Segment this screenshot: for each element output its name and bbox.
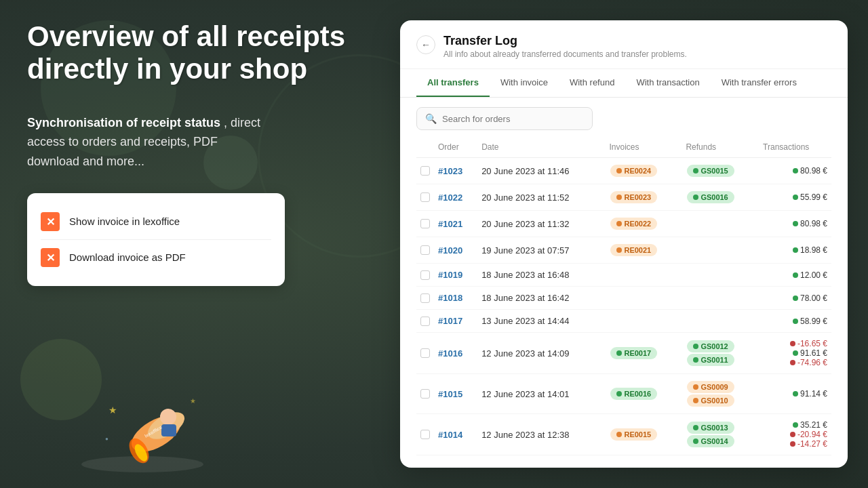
row-checkbox-cell — [416, 374, 434, 414]
refund-badge[interactable]: GS0009 — [687, 381, 734, 393]
tab-with-transfer-errors[interactable]: With transfer errors — [711, 69, 808, 97]
refund-badge[interactable]: GS0010 — [687, 394, 734, 407]
table-row: #101818 June 2023 at 16:4278.00 € — [416, 287, 831, 310]
row-refunds: GS0009GS0010 — [682, 374, 759, 414]
panel-subtitle: All info about already transferred docum… — [443, 49, 687, 59]
tab-with-invoice[interactable]: With invoice — [490, 69, 559, 97]
invoice-badge[interactable]: RE0016 — [610, 388, 657, 400]
refund-badge[interactable]: GS0015 — [687, 165, 734, 177]
row-checkbox[interactable] — [420, 245, 430, 255]
row-refunds: GS0013GS0014 — [682, 414, 759, 455]
row-date: 20 June 2023 at 11:32 — [477, 211, 605, 237]
row-transactions: 80.98 € — [759, 158, 831, 184]
row-checkbox[interactable] — [420, 166, 430, 176]
col-date: Date — [477, 137, 605, 158]
order-link[interactable]: #1018 — [438, 293, 462, 303]
transaction-value: 35.21 € — [763, 420, 827, 430]
row-checkbox-cell — [416, 211, 434, 237]
svg-text:✕: ✕ — [46, 252, 55, 264]
invoice-badge[interactable]: RE0023 — [610, 191, 657, 203]
row-transactions: 12.00 € — [759, 264, 831, 287]
refund-badge[interactable]: GS0016 — [687, 191, 734, 203]
table-row: #101612 June 2023 at 14:09RE0017GS0012GS… — [416, 333, 831, 374]
svg-text:★: ★ — [108, 405, 117, 415]
search-area: 🔍 — [400, 98, 848, 137]
row-checkbox[interactable] — [420, 219, 430, 228]
transaction-value: 91.61 € — [763, 348, 827, 358]
order-link[interactable]: #1019 — [438, 270, 462, 280]
row-invoices: RE0024 — [605, 158, 682, 184]
row-date: 12 June 2023 at 14:01 — [477, 374, 605, 414]
svg-text:✕: ✕ — [46, 216, 55, 228]
transaction-value: 78.00 € — [763, 293, 827, 303]
refund-badge[interactable]: GS0013 — [687, 422, 734, 434]
svg-text:●: ● — [105, 436, 108, 442]
tab-all-transfers[interactable]: All transfers — [416, 69, 490, 97]
transaction-value: 80.98 € — [763, 166, 827, 176]
order-link[interactable]: #1020 — [438, 245, 462, 256]
invoice-badge[interactable]: RE0021 — [610, 244, 657, 256]
feature-item-show-invoice[interactable]: ✕ Show invoice in lexoffice — [41, 204, 271, 239]
row-checkbox[interactable] — [420, 192, 430, 202]
row-refunds — [682, 211, 759, 237]
order-link[interactable]: #1022 — [438, 192, 462, 203]
invoice-badge[interactable]: RE0022 — [610, 218, 657, 230]
row-order-id: #1022 — [434, 184, 477, 211]
order-link[interactable]: #1014 — [438, 430, 462, 440]
row-checkbox-cell — [416, 414, 434, 455]
feature-item-download-invoice[interactable]: ✕ Download invoice as PDF — [41, 239, 271, 275]
search-input[interactable] — [442, 114, 564, 124]
invoice-badge[interactable]: RE0017 — [610, 347, 657, 359]
order-link[interactable]: #1016 — [438, 348, 462, 359]
transaction-value: 18.98 € — [763, 245, 827, 255]
transaction-value: -14.27 € — [763, 439, 827, 449]
row-order-id: #1015 — [434, 374, 477, 414]
tab-with-refund[interactable]: With refund — [559, 69, 625, 97]
lexoffice-icon-download: ✕ — [41, 248, 60, 267]
row-checkbox[interactable] — [420, 293, 430, 303]
table-header-row: Order Date Invoices Refunds Transactions — [416, 137, 831, 158]
transaction-value: 80.98 € — [763, 219, 827, 228]
table-row: #101713 June 2023 at 14:4458.99 € — [416, 310, 831, 333]
invoice-badge[interactable]: RE0015 — [610, 428, 657, 441]
orders-table-wrap: Order Date Invoices Refunds Transactions… — [400, 137, 848, 468]
refund-badge[interactable]: GS0014 — [687, 435, 734, 447]
tab-with-transaction[interactable]: With transaction — [625, 69, 710, 97]
row-refunds: GS0016 — [682, 184, 759, 211]
back-button[interactable]: ← — [416, 35, 435, 54]
row-invoices: RE0015 — [605, 414, 682, 455]
order-link[interactable]: #1015 — [438, 389, 462, 399]
order-link[interactable]: #1023 — [438, 166, 462, 176]
order-link[interactable]: #1021 — [438, 219, 462, 229]
invoice-badge[interactable]: RE0024 — [610, 165, 657, 177]
lexoffice-icon-show: ✕ — [41, 212, 60, 231]
row-checkbox[interactable] — [420, 270, 430, 280]
row-checkbox[interactable] — [420, 430, 430, 439]
sync-bold: Synchronisation of receipt status — [27, 116, 220, 129]
row-checkbox[interactable] — [420, 389, 430, 399]
row-date: 20 June 2023 at 11:46 — [477, 158, 605, 184]
row-order-id: #1018 — [434, 287, 477, 310]
transaction-value: -20.94 € — [763, 430, 827, 439]
row-checkbox-cell — [416, 287, 434, 310]
row-checkbox[interactable] — [420, 348, 430, 358]
row-transactions: 91.14 € — [759, 374, 831, 414]
search-box[interactable]: 🔍 — [416, 107, 593, 130]
refund-badge[interactable]: GS0011 — [687, 354, 734, 366]
row-invoices: RE0022 — [605, 211, 682, 237]
order-link[interactable]: #1017 — [438, 316, 462, 326]
row-transactions: -16.65 €91.61 €-74.96 € — [759, 333, 831, 374]
row-invoices: RE0021 — [605, 237, 682, 264]
row-checkbox[interactable] — [420, 317, 430, 326]
row-transactions: 58.99 € — [759, 310, 831, 333]
row-date: 13 June 2023 at 14:44 — [477, 310, 605, 333]
row-invoices — [605, 264, 682, 287]
row-transactions: 78.00 € — [759, 287, 831, 310]
row-invoices — [605, 287, 682, 310]
tab-bar: All transfers With invoice With refund W… — [400, 69, 848, 98]
row-checkbox-cell — [416, 237, 434, 264]
hero-title: Overview of all receipts directly in you… — [27, 20, 353, 86]
rocket-illustration: lexoffice ★ ★ ● — [68, 352, 217, 474]
refund-badge[interactable]: GS0012 — [687, 340, 734, 352]
row-date: 12 June 2023 at 12:38 — [477, 414, 605, 455]
